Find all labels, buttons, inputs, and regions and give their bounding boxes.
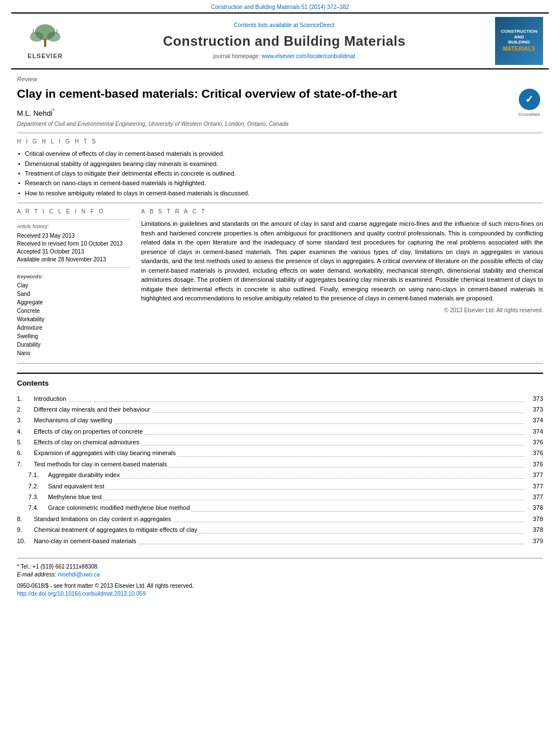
abstract-text: Limitations in guidelines and standards … bbox=[141, 219, 543, 303]
toc-sub-num-7-3: 7.3. bbox=[17, 493, 48, 501]
toc-text-3: Mechanisms of clay swelling 374 bbox=[34, 416, 543, 425]
highlight-item-2: Dimensional stability of aggregates bear… bbox=[17, 159, 543, 169]
toc-item-1: 1. Introduction 373 bbox=[17, 394, 543, 404]
article-type-label: Review bbox=[17, 75, 543, 84]
accepted-date: Accepted 31 October 2013 bbox=[17, 248, 130, 256]
toc-item-7: 7. Test methods for clay in cement-based… bbox=[17, 459, 543, 470]
toc-sub-text-7-4: Grace colorimetric modified methylene bl… bbox=[48, 504, 543, 512]
email-label: E-mail address: bbox=[17, 571, 56, 578]
journal-citation: Construction and Building Materials 51 (… bbox=[211, 4, 349, 10]
toc-page-1: 373 bbox=[526, 395, 543, 403]
keyword-1: Clay bbox=[17, 281, 130, 290]
toc-page-3: 374 bbox=[526, 416, 543, 425]
crossmark-icon: ✓ bbox=[519, 89, 540, 110]
toc-label-2: Different clay minerals and their behavi… bbox=[34, 405, 150, 414]
keyword-2: Sand bbox=[17, 290, 130, 298]
received-date: Received 23 May 2013 bbox=[17, 232, 130, 240]
toc-item-6: 6. Expansion of aggregates with clay bea… bbox=[17, 448, 543, 458]
toc-sub-dots-7-1 bbox=[121, 478, 524, 479]
logo-building-label: Building bbox=[508, 40, 530, 45]
contents-title: Contents bbox=[17, 378, 543, 388]
sciencedirect-label: ScienceDirect bbox=[300, 22, 335, 28]
highlight-item-4: Research on nano-clays in cement-based m… bbox=[17, 178, 543, 188]
author-line: M.L. Nehdi* bbox=[17, 107, 543, 119]
homepage-url: www.elsevier.com/locate/conbuildmat bbox=[261, 53, 355, 59]
sciencedirect-link[interactable]: ScienceDirect bbox=[300, 22, 335, 28]
toc-page-8: 378 bbox=[526, 515, 543, 523]
footnote-star-line: * Tel.: +1 (519) 661 2111x88308. bbox=[17, 563, 543, 571]
journal-center-content: Contents lists available at ScienceDirec… bbox=[73, 19, 495, 63]
toc-num-5: 5. bbox=[17, 438, 34, 447]
toc-page-4: 374 bbox=[526, 427, 543, 436]
toc-text-9: Chemical treatment of aggregates to miti… bbox=[34, 526, 543, 534]
page-wrapper: Construction and Building Materials 51 (… bbox=[0, 0, 560, 598]
toc-page-10: 379 bbox=[526, 537, 543, 545]
toc-sub-dots-7-2 bbox=[106, 489, 524, 490]
svg-point-1 bbox=[30, 32, 43, 42]
toc-label-10: Nano-clay in cement-based materials bbox=[34, 537, 137, 545]
abstract-column: A B S T R A C T Limitations in guideline… bbox=[141, 208, 543, 357]
top-reference: Construction and Building Materials 51 (… bbox=[0, 0, 560, 12]
divider-2 bbox=[17, 203, 543, 203]
toc-page-7: 376 bbox=[526, 460, 543, 469]
toc-sub-num-7-4: 7.4. bbox=[17, 504, 48, 512]
svg-rect-4 bbox=[33, 29, 34, 34]
toc-sub-item-7-1: 7.1. Aggregate durability index 377 bbox=[17, 470, 543, 480]
toc-num-9: 9. bbox=[17, 526, 34, 534]
toc-label-1: Introduction bbox=[34, 395, 66, 403]
highlights-list: Critical overview of effects of clay in … bbox=[17, 149, 543, 198]
journal-header: ELSEVIER Contents lists available at Sci… bbox=[11, 12, 549, 69]
toc-sub-item-7-2: 7.2. Sand equivalent test 377 bbox=[17, 481, 543, 492]
toc-sub-label-7-3: Methylene blue test bbox=[48, 493, 102, 501]
toc-sub-label-7-2: Sand equivalent test bbox=[48, 482, 104, 491]
article-content: Review Clay in cement-based materials: C… bbox=[17, 69, 543, 598]
toc-sub-text-7-2: Sand equivalent test 377 bbox=[48, 482, 543, 491]
article-history-label: Article history: bbox=[17, 223, 130, 230]
doi-link[interactable]: http://dx.doi.org/10.1016/j.conbuildmat.… bbox=[17, 591, 146, 597]
toc-item-8: 8. Standard limitations on clay content … bbox=[17, 514, 543, 525]
toc-item-4: 4. Effects of clay on properties of conc… bbox=[17, 426, 543, 437]
email-line: E-mail address: mnehdi@uwo.ca bbox=[17, 571, 543, 579]
toc-sub-text-7-1: Aggregate durability index 377 bbox=[48, 471, 543, 479]
revised-date: Received in revised form 10 October 2013 bbox=[17, 240, 130, 248]
logo-materials-label: MATERIALS bbox=[503, 45, 536, 53]
available-date: Available online 28 November 2013 bbox=[17, 256, 130, 264]
abstract-section-label: A B S T R A C T bbox=[141, 208, 543, 216]
keyword-4: Concrete bbox=[17, 307, 130, 315]
author-footnote-marker: * bbox=[53, 108, 55, 114]
email-link[interactable]: mnehdi@uwo.ca bbox=[58, 571, 100, 578]
logo-and-label: and bbox=[514, 34, 524, 40]
email-address: mnehdi@uwo.ca bbox=[58, 571, 100, 578]
keyword-7: Swelling bbox=[17, 332, 130, 340]
keyword-6: Admixture bbox=[17, 324, 130, 332]
keyword-8: Durability bbox=[17, 340, 130, 349]
toc-item-3: 3. Mechanisms of clay swelling 374 bbox=[17, 415, 543, 426]
keyword-3: Aggregate bbox=[17, 298, 130, 307]
toc-text-2: Different clay minerals and their behavi… bbox=[34, 405, 543, 414]
keyword-5: Workability bbox=[17, 315, 130, 324]
toc-sub-page-7-4: 378 bbox=[526, 504, 543, 512]
toc-dots-2 bbox=[152, 412, 524, 413]
author-name-text: M.L. Nehdi bbox=[17, 109, 53, 117]
elsevier-tree-icon bbox=[25, 21, 65, 52]
footnote-contact: * Tel.: +1 (519) 661 2111x88308. bbox=[17, 563, 99, 570]
issn-line: 0950-0618/$ - see front matter © 2013 El… bbox=[17, 582, 543, 590]
toc-sub-dots-7-3 bbox=[103, 500, 524, 500]
toc-item-9: 9. Chemical treatment of aggregates to m… bbox=[17, 525, 543, 535]
toc-sub-item-7-3: 7.3. Methylene blue test 377 bbox=[17, 492, 543, 503]
toc-dots-8 bbox=[173, 522, 524, 522]
toc-text-6: Expansion of aggregates with clay bearin… bbox=[34, 449, 543, 457]
issn-text: 0950-0618/$ - see front matter © 2013 El… bbox=[17, 583, 194, 589]
toc-dots-9 bbox=[199, 533, 524, 534]
author-affiliation: Department of Civil and Environmental En… bbox=[17, 120, 543, 128]
article-info-section-label: A R T I C L E I N F O bbox=[17, 208, 130, 216]
svg-rect-3 bbox=[44, 39, 46, 47]
toc-dots-10 bbox=[138, 544, 524, 544]
contents-available-text: Contents lists available at ScienceDirec… bbox=[79, 21, 489, 29]
toc-sub-label-7-1: Aggregate durability index bbox=[48, 471, 120, 479]
journal-main-title: Construction and Building Materials bbox=[79, 32, 489, 51]
toc-num-3: 3. bbox=[17, 416, 34, 425]
toc-label-7: Test methods for clay in cement-based ma… bbox=[34, 460, 167, 469]
toc-page-2: 373 bbox=[526, 405, 543, 414]
title-area: Clay in cement-based materials: Critical… bbox=[17, 86, 509, 101]
